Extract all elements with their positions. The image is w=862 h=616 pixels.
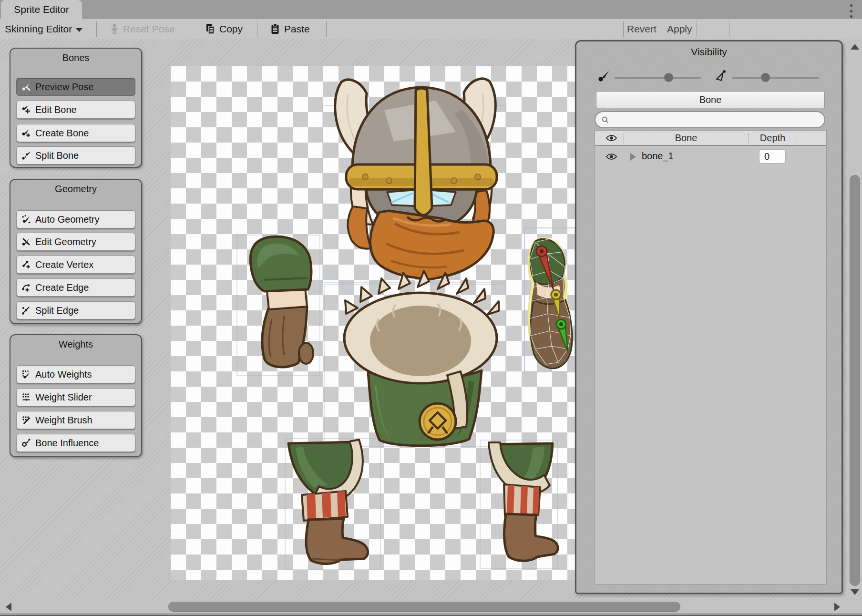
column-header-depth: Depth [749,133,797,144]
bone-opacity-track[interactable] [615,77,701,79]
table-row-bone-1[interactable]: bone_1 [595,147,826,167]
button-label: Bone Influence [35,438,99,449]
revert-label: Revert [627,23,657,35]
search-icon [601,116,609,124]
copy-button[interactable]: Copy [205,19,243,39]
panel-bones-title: Bones [10,52,141,63]
mode-dropdown-label: Skinning Editor [5,23,72,35]
button-label: Create Vertex [35,259,93,270]
bone-category-button[interactable]: Bone [596,91,825,108]
create-vertex-icon [21,260,31,269]
weight-brush-icon [21,415,31,425]
tab-sprite-editor[interactable]: Sprite Editor [1,0,82,19]
button-label: Create Edge [35,282,89,293]
scroll-up-icon[interactable] [851,44,859,50]
split-edge-button[interactable]: Split Edge [16,301,135,319]
auto-geometry-button[interactable]: Auto Geometry [16,210,135,228]
sprite-artwork [171,66,575,580]
auto-weights-icon [21,370,31,379]
button-label: Weight Brush [35,415,92,426]
eye-toggle-icon[interactable] [605,153,617,161]
apply-label: Apply [667,23,692,35]
search-input[interactable] [613,114,819,125]
sprite-right-leg[interactable] [489,442,558,561]
mesh-opacity-knob[interactable] [761,73,770,82]
sprite-mitten[interactable] [250,236,313,367]
paste-button[interactable]: Paste [270,19,310,39]
split-bone-button[interactable]: Split Bone [16,146,135,164]
paste-icon [270,23,280,35]
eye-column-icon [605,134,617,142]
expander-chevron-right-icon[interactable] [630,153,636,161]
visibility-panel-title: Visibility [576,46,841,58]
toolbar: Skinning Editor Reset Pose Copy [0,19,862,40]
auto-geometry-icon [21,215,31,224]
weight-slider-icon [21,392,31,402]
create-edge-button[interactable]: Create Edge [16,278,135,297]
visibility-panel: Visibility Bone [575,40,843,594]
auto-weights-button[interactable]: Auto Weights [16,365,135,383]
apply-button[interactable]: Apply [667,19,692,39]
toolbar-separator [661,21,661,37]
weight-brush-button[interactable]: Weight Brush [16,411,135,429]
tab-bar: Sprite Editor [0,0,862,19]
toolbar-separator [697,21,697,37]
mesh-opacity-track[interactable] [732,77,819,79]
sprite-canvas[interactable] [171,66,575,580]
bone-name: bone_1 [642,151,674,162]
create-edge-icon [21,283,31,292]
sprite-head[interactable] [335,79,497,279]
weight-slider-button[interactable]: Weight Slider [16,388,135,406]
toolbar-separator [729,21,729,37]
kebab-menu-icon[interactable] [847,3,855,19]
sprite-torso[interactable] [344,271,499,446]
scroll-left-icon[interactable] [6,603,11,611]
preview-pose-icon [21,82,31,92]
scroll-right-icon[interactable] [834,603,840,611]
sprite-right-arm-selected[interactable] [524,228,575,372]
revert-button[interactable]: Revert [627,19,657,39]
copy-icon [205,23,216,35]
edit-bone-icon [21,105,31,114]
create-bone-button[interactable]: Create Bone [16,124,135,142]
window-bottom-edge [0,613,862,616]
panel-weights-title: Weights [10,339,141,350]
edit-geometry-icon [21,237,31,246]
preview-pose-button[interactable]: Preview Pose [16,78,135,96]
button-label: Split Bone [35,150,79,161]
panel-bones: Bones Preview Pose Edit Bone Create Bone [10,48,142,168]
create-vertex-button[interactable]: Create Vertex [16,256,135,274]
bone-influence-icon [21,438,31,448]
copy-label: Copy [219,23,243,35]
button-label: Split Edge [35,305,79,316]
toolbar-separator [623,21,624,37]
depth-input[interactable] [759,149,786,164]
sprite-left-leg[interactable] [288,440,368,564]
toolbar-separator [326,21,327,37]
bone-visibility-table: Bone Depth bone_1 [595,130,827,585]
button-label: Edit Geometry [35,236,96,247]
paste-label: Paste [284,23,310,35]
button-label: Auto Weights [35,369,92,380]
edit-geometry-button[interactable]: Edit Geometry [16,233,135,251]
panel-geometry-title: Geometry [10,184,141,195]
horizontal-scrollbar[interactable] [0,600,862,613]
edit-bone-button[interactable]: Edit Bone [16,101,135,119]
reset-pose-button[interactable]: Reset Pose [110,19,175,39]
mode-dropdown[interactable]: Skinning Editor [5,19,82,39]
button-label: Create Bone [35,128,89,139]
vertical-scroll-thumb[interactable] [850,175,860,586]
toolbar-separator [96,21,97,37]
bone-opacity-knob[interactable] [664,73,673,82]
scroll-down-icon[interactable] [851,589,859,595]
horizontal-scroll-thumb[interactable] [168,602,680,612]
chevron-down-icon [76,28,82,32]
button-label: Auto Geometry [35,214,100,225]
button-label: Edit Bone [35,104,77,115]
tab-title: Sprite Editor [14,4,69,15]
panel-geometry: Geometry Auto Geometry Edit Geometry Cre… [10,179,142,324]
column-header-bone: Bone [624,133,749,144]
vertical-scrollbar[interactable] [847,39,862,600]
create-bone-icon [21,128,31,138]
bone-influence-button[interactable]: Bone Influence [16,434,135,452]
